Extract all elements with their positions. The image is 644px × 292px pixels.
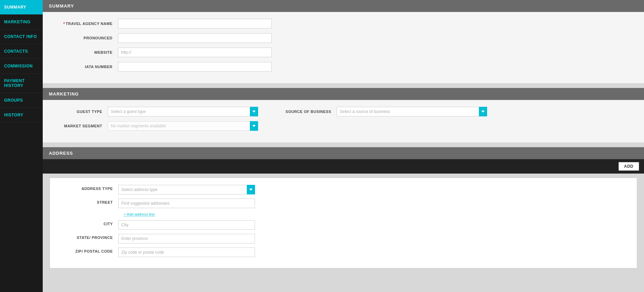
guest-type-field: GUEST TYPE Select a guest type [56,107,258,116]
zip-postal-code-label: ZIP/ POSTAL CODE [64,247,118,253]
street-row: STREET [64,199,623,208]
pronounced-input[interactable] [118,33,272,43]
add-address-line-link[interactable]: + Add address line [124,212,155,217]
marketing-section: MARKETING GUEST TYPE Select a guest type [43,88,644,142]
market-segment-select[interactable]: No market segments available [108,121,258,131]
street-label: STREET [64,199,118,204]
website-label: WEBSITE [56,50,118,54]
state-province-row: STATE/ PROVINCE [64,234,623,243]
main-content: SUMMARY *TRAVEL AGENCY NAME PRONOUNCED W… [43,0,644,292]
guest-type-label: GUEST TYPE [56,110,108,114]
marketing-section-body: GUEST TYPE Select a guest type SOURCE OF… [43,100,644,142]
iata-number-input[interactable] [118,62,272,72]
pronounced-row: PRONOUNCED [56,33,630,43]
source-of-business-select-wrapper: Select a source of business [337,107,487,116]
guest-type-select[interactable]: Select a guest type [108,107,258,116]
source-of-business-select[interactable]: Select a source of business [337,107,487,116]
zip-postal-code-row: ZIP/ POSTAL CODE [64,247,623,257]
address-type-select-wrapper: Select address type [118,185,255,194]
sidebar-item-contact-info[interactable]: CONTACT INFO [0,29,43,44]
guest-type-source-row: GUEST TYPE Select a guest type SOURCE OF… [56,107,630,116]
address-section-header: ADDRESS [43,147,644,159]
city-input[interactable] [118,220,255,230]
summary-section-header: SUMMARY [43,0,644,12]
source-of-business-label: SOURCE OF BUSINESS [285,110,337,114]
summary-section-body: *TRAVEL AGENCY NAME PRONOUNCED WEBSITE I… [43,12,644,83]
sidebar-item-history[interactable]: HISTORY [0,108,43,123]
sidebar-item-summary[interactable]: SUMMARY [0,0,43,15]
sidebar-item-marketing[interactable]: MARKETING [0,15,43,29]
sidebar-item-contacts[interactable]: CONTACTS [0,44,43,59]
iata-number-label: IATA NUMBER [56,65,118,69]
sidebar-item-commission[interactable]: COMMISSION [0,59,43,74]
market-segment-field: MARKET SEGMENT No market segments availa… [56,121,258,131]
guest-type-select-wrapper: Select a guest type [108,107,258,116]
address-section: ADDRESS ADD ADDRESS TYPE Select address … [43,147,644,268]
sidebar: SUMMARY MARKETING CONTACT INFO CONTACTS … [0,0,43,292]
market-segment-row: MARKET SEGMENT No market segments availa… [56,121,630,131]
travel-agency-name-row: *TRAVEL AGENCY NAME [56,19,630,28]
state-province-label: STATE/ PROVINCE [64,234,118,240]
add-address-button[interactable]: ADD [618,162,640,171]
pronounced-label: PRONOUNCED [56,36,118,40]
market-segment-select-wrapper: No market segments available [108,121,258,131]
website-row: WEBSITE [56,48,630,57]
street-col [118,199,255,208]
address-type-label: ADDRESS TYPE [64,185,118,191]
state-province-input[interactable] [118,234,255,243]
summary-section: SUMMARY *TRAVEL AGENCY NAME PRONOUNCED W… [43,0,644,83]
market-segment-label: MARKET SEGMENT [56,124,108,128]
source-of-business-field: SOURCE OF BUSINESS Select a source of bu… [285,107,487,116]
website-input[interactable] [118,48,272,57]
city-label: CITY [64,220,118,226]
zip-postal-code-input[interactable] [118,247,255,257]
address-form: ADDRESS TYPE Select address type STREET [50,178,637,268]
iata-number-row: IATA NUMBER [56,62,630,72]
sidebar-item-groups[interactable]: GROUPS [0,93,43,108]
street-input[interactable] [118,199,255,208]
travel-agency-name-label: *TRAVEL AGENCY NAME [56,22,118,26]
marketing-section-header: MARKETING [43,88,644,100]
city-row: CITY [64,220,623,230]
address-type-select[interactable]: Select address type [118,185,255,194]
travel-agency-name-input[interactable] [118,19,272,28]
address-toolbar: ADD [43,159,644,174]
sidebar-item-payment-history[interactable]: PAYMENT HISTORY [0,74,43,93]
address-type-row: ADDRESS TYPE Select address type [64,185,623,194]
